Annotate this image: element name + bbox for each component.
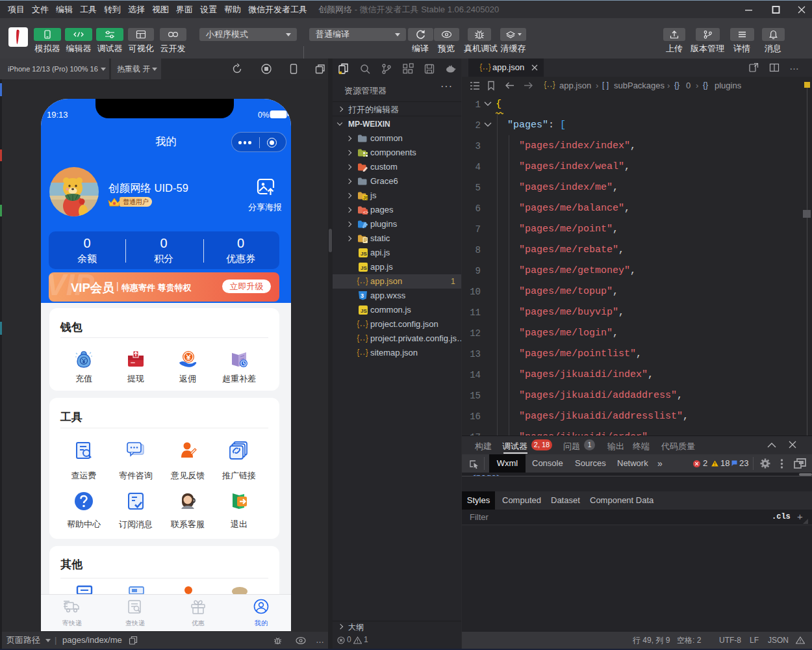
svg-text:JS: JS (361, 251, 367, 257)
svg-text:JS: JS (363, 196, 368, 200)
svg-text:JS: JS (361, 308, 367, 314)
svg-text:JS: JS (361, 265, 367, 271)
svg-text:<>: <> (363, 210, 368, 214)
svg-text:3: 3 (361, 292, 364, 299)
